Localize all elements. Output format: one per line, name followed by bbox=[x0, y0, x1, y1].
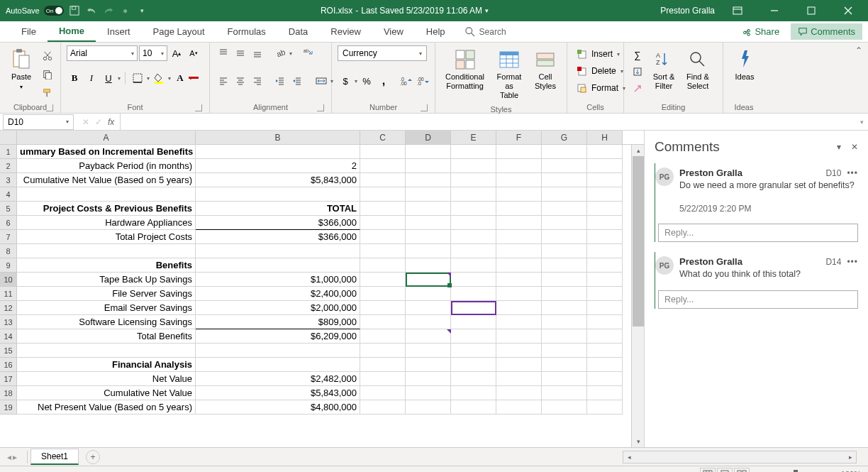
cell[interactable] bbox=[587, 372, 623, 386]
cell[interactable]: Net Value bbox=[17, 372, 196, 386]
cell[interactable] bbox=[542, 244, 587, 258]
tab-formulas[interactable]: Formulas bbox=[216, 22, 277, 41]
cell[interactable] bbox=[496, 372, 542, 386]
cell[interactable] bbox=[406, 244, 451, 258]
fill-icon[interactable] bbox=[630, 64, 645, 79]
collapse-ribbon-icon[interactable]: ⌃ bbox=[850, 43, 868, 113]
comment-card[interactable]: PGPreston GrallaD14•••What do you think … bbox=[655, 252, 858, 308]
cell[interactable] bbox=[496, 344, 542, 358]
fill-color-icon[interactable] bbox=[151, 70, 167, 86]
cell[interactable]: TOTAL bbox=[196, 202, 360, 216]
wrap-text-icon[interactable]: ab bbox=[301, 45, 316, 61]
cell[interactable]: $2,400,000 bbox=[196, 287, 360, 301]
fx-icon[interactable]: fx bbox=[108, 117, 114, 127]
cell[interactable]: $5,843,000 bbox=[196, 386, 360, 400]
sort-filter-button[interactable]: AZ Sort & Filter bbox=[648, 45, 679, 94]
row-header[interactable]: 7 bbox=[0, 230, 17, 244]
cell[interactable] bbox=[587, 287, 623, 301]
zoom-in-icon[interactable]: + bbox=[828, 470, 832, 473]
cell[interactable]: Payback Period (in months) bbox=[17, 159, 196, 173]
cell[interactable] bbox=[406, 187, 451, 202]
cell[interactable] bbox=[542, 258, 587, 273]
cell[interactable] bbox=[406, 287, 451, 301]
cell[interactable] bbox=[542, 145, 587, 159]
cell[interactable] bbox=[451, 244, 496, 258]
align-center-icon[interactable] bbox=[233, 73, 248, 89]
cell-styles-button[interactable]: Cell Styles bbox=[530, 45, 561, 94]
cell[interactable] bbox=[451, 202, 496, 216]
cell[interactable] bbox=[451, 173, 496, 187]
cell[interactable] bbox=[587, 386, 623, 400]
cell[interactable] bbox=[406, 159, 451, 173]
cell[interactable] bbox=[587, 159, 623, 173]
cell[interactable] bbox=[451, 358, 496, 372]
cell[interactable] bbox=[587, 145, 623, 159]
redo-icon[interactable] bbox=[102, 4, 115, 17]
col-header-b[interactable]: B bbox=[196, 131, 360, 144]
cell[interactable] bbox=[360, 159, 406, 173]
cell[interactable] bbox=[451, 216, 496, 230]
row-header[interactable]: 19 bbox=[0, 400, 17, 415]
cell[interactable] bbox=[451, 159, 496, 173]
vertical-scrollbar[interactable]: ▴ ▾ bbox=[631, 145, 644, 447]
font-name-select[interactable]: Arial▾ bbox=[67, 45, 138, 61]
cell[interactable] bbox=[406, 216, 451, 230]
row-header[interactable]: 10 bbox=[0, 273, 17, 287]
cell[interactable]: $6,209,000 bbox=[196, 329, 360, 344]
autosum-icon[interactable]: ∑ bbox=[630, 47, 645, 62]
name-box[interactable]: D10▾ bbox=[3, 114, 74, 130]
user-name[interactable]: Preston Gralla bbox=[660, 6, 715, 16]
cell[interactable] bbox=[196, 344, 360, 358]
tell-me-search[interactable]: Search bbox=[457, 27, 515, 37]
row-header[interactable]: 5 bbox=[0, 202, 17, 216]
cell[interactable] bbox=[451, 315, 496, 329]
cell[interactable] bbox=[496, 187, 542, 202]
spreadsheet-grid[interactable]: A B C D E F G H 1ummary Based on Increme… bbox=[0, 131, 644, 447]
scroll-right-icon[interactable]: ▸ bbox=[845, 451, 856, 463]
cell[interactable] bbox=[496, 230, 542, 244]
cell[interactable] bbox=[496, 258, 542, 273]
cell[interactable] bbox=[496, 287, 542, 301]
tab-home[interactable]: Home bbox=[48, 21, 96, 42]
cell[interactable]: Project Costs & Previous Benefits bbox=[17, 202, 196, 216]
cell[interactable] bbox=[406, 173, 451, 187]
cell[interactable] bbox=[542, 358, 587, 372]
row-header[interactable]: 12 bbox=[0, 301, 17, 315]
page-break-view-icon[interactable] bbox=[734, 468, 750, 473]
cell[interactable] bbox=[17, 344, 196, 358]
cell[interactable] bbox=[17, 187, 196, 202]
cell[interactable] bbox=[587, 344, 623, 358]
col-header-f[interactable]: F bbox=[496, 131, 542, 144]
cell[interactable] bbox=[360, 258, 406, 273]
tab-file[interactable]: File bbox=[10, 22, 48, 41]
orientation-icon[interactable]: ab bbox=[272, 45, 288, 61]
cell[interactable]: Cumulative Net Value bbox=[17, 386, 196, 400]
cell[interactable] bbox=[196, 244, 360, 258]
row-header[interactable]: 2 bbox=[0, 159, 17, 173]
cell[interactable] bbox=[587, 216, 623, 230]
cell[interactable]: Total Benefits bbox=[17, 329, 196, 344]
bold-button[interactable]: B bbox=[67, 70, 82, 86]
cell[interactable] bbox=[196, 258, 360, 273]
format-cells-button[interactable]: Format▾ bbox=[573, 81, 628, 95]
align-left-icon[interactable] bbox=[216, 73, 231, 89]
horizontal-scrollbar[interactable]: ◂ ▸ bbox=[623, 451, 857, 463]
delete-cells-button[interactable]: Delete▾ bbox=[573, 64, 626, 78]
cell[interactable] bbox=[360, 216, 406, 230]
minimize-icon[interactable] bbox=[760, 2, 789, 19]
row-header[interactable]: 11 bbox=[0, 287, 17, 301]
cell[interactable] bbox=[406, 301, 451, 315]
close-icon[interactable] bbox=[834, 2, 862, 19]
font-size-select[interactable]: 10▾ bbox=[139, 45, 167, 61]
scroll-up-icon[interactable]: ▴ bbox=[633, 145, 644, 156]
cell[interactable] bbox=[360, 386, 406, 400]
number-format-select[interactable]: Currency▾ bbox=[338, 45, 427, 61]
row-header[interactable]: 18 bbox=[0, 386, 17, 400]
cell[interactable] bbox=[496, 145, 542, 159]
zoom-slider[interactable]: − + bbox=[758, 470, 833, 473]
cell[interactable] bbox=[542, 386, 587, 400]
cell[interactable] bbox=[360, 273, 406, 287]
cell[interactable] bbox=[406, 273, 451, 287]
increase-font-icon[interactable]: A▴ bbox=[169, 45, 184, 61]
cell[interactable] bbox=[451, 329, 496, 344]
